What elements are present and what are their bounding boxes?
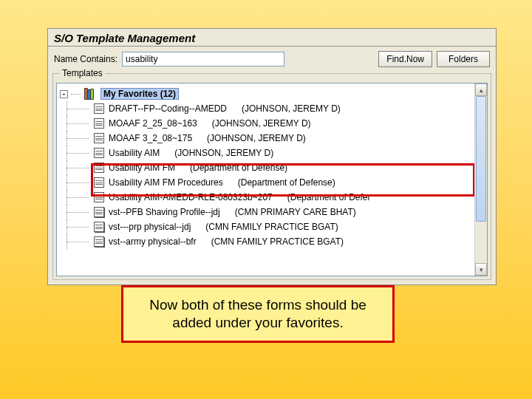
- list-item[interactable]: vst---prp physical--jdj(CMN FAMILY PRACT…: [60, 219, 474, 234]
- templates-fieldset-label: Templates: [59, 68, 106, 78]
- document-icon: [94, 163, 104, 173]
- document-icon: [94, 133, 104, 143]
- find-now-button[interactable]: Find.Now: [378, 51, 432, 67]
- item-owner: (JOHNSON, JEREMY D): [174, 148, 273, 158]
- list-item[interactable]: Usability AIM FM Procedures(Department o…: [60, 175, 474, 190]
- favorites-icon: [84, 87, 98, 100]
- item-name: MOAAF 3_2_08~175: [109, 133, 192, 143]
- list-item[interactable]: Usability AIM-AMEDD-RLE-080323b~207(Depa…: [60, 190, 474, 205]
- item-name: Usability AIM FM Procedures: [109, 177, 223, 188]
- item-owner: (Department of Defense): [238, 177, 335, 188]
- item-owner: (Department of Defer: [287, 192, 371, 202]
- instruction-callout: Now both of these forms should be added …: [121, 285, 395, 343]
- item-owner: (JOHNSON, JEREMY D): [242, 103, 341, 114]
- document-icon: [94, 118, 104, 129]
- name-contains-input[interactable]: [122, 52, 284, 66]
- list-item[interactable]: MOAAF 3_2_08~175(JOHNSON, JEREMY D): [60, 131, 474, 146]
- document-stack-icon: [94, 236, 104, 247]
- item-name: vst--army physical--bfr: [109, 236, 197, 247]
- item-name: DRAFT--FP--Coding--AMEDD: [109, 103, 227, 114]
- item-owner: (JOHNSON, JEREMY D): [207, 133, 306, 143]
- item-owner: (CMN FAMILY PRACTICE BGAT): [211, 236, 344, 247]
- item-name: MOAAF 2_25_08~163: [109, 118, 197, 129]
- list-item[interactable]: Usability AIM FM(Department of Defense): [60, 160, 474, 175]
- name-contains-label: Name Contains:: [54, 54, 117, 64]
- window: S/O Template Management Name Contains: F…: [47, 28, 497, 285]
- favorites-root-label: My Favorites (12): [100, 88, 179, 100]
- search-row: Name Contains: Find.Now Folders: [48, 47, 496, 72]
- document-icon: [94, 177, 104, 188]
- list-item[interactable]: vst--army physical--bfr(CMN FAMILY PRACT…: [60, 234, 474, 249]
- scroll-thumb[interactable]: [476, 96, 486, 222]
- document-icon: [94, 103, 104, 114]
- scroll-down-icon[interactable]: [475, 263, 487, 276]
- item-name: Usability AIM-AMEDD-RLE-080323b~207: [109, 192, 273, 202]
- folders-button[interactable]: Folders: [437, 51, 490, 67]
- collapse-icon[interactable]: -: [60, 90, 68, 98]
- item-name: Usability AIM FM: [109, 163, 175, 173]
- list-item[interactable]: Usability AIM(JOHNSON, JEREMY D): [60, 146, 474, 160]
- item-owner: (CMN FAMILY PRACTICE BGAT): [205, 222, 338, 232]
- list-item[interactable]: MOAAF 2_25_08~163(JOHNSON, JEREMY D): [60, 116, 474, 131]
- item-owner: (CMN PRIMARY CARE BHAT): [235, 207, 356, 217]
- list-item[interactable]: DRAFT--FP--Coding--AMEDD(JOHNSON, JEREMY…: [60, 101, 474, 116]
- title-bar: S/O Template Management: [48, 29, 496, 47]
- templates-fieldset: Templates - My Favorites (12) DRAFT--FP-…: [52, 73, 491, 280]
- item-owner: (Department of Defense): [190, 163, 287, 173]
- item-name: vst---prp physical--jdj: [109, 222, 191, 232]
- scroll-up-icon[interactable]: [475, 83, 487, 96]
- document-stack-icon: [94, 207, 104, 217]
- instruction-text: Now both of these forms should be added …: [137, 296, 379, 332]
- list-item[interactable]: vst--PFB Shaving Profile--jdj(CMN PRIMAR…: [60, 205, 474, 219]
- template-tree: - My Favorites (12) DRAFT--FP--Coding--A…: [56, 83, 488, 276]
- tree-content: - My Favorites (12) DRAFT--FP--Coding--A…: [57, 83, 474, 276]
- document-icon: [94, 192, 104, 202]
- document-icon: [94, 148, 104, 158]
- item-name: vst--PFB Shaving Profile--jdj: [109, 207, 220, 217]
- vertical-scrollbar[interactable]: [474, 83, 487, 276]
- item-name: Usability AIM: [109, 148, 160, 158]
- document-stack-icon: [94, 222, 104, 232]
- favorites-root[interactable]: - My Favorites (12): [60, 86, 474, 101]
- item-owner: (JOHNSON, JEREMY D): [212, 118, 311, 129]
